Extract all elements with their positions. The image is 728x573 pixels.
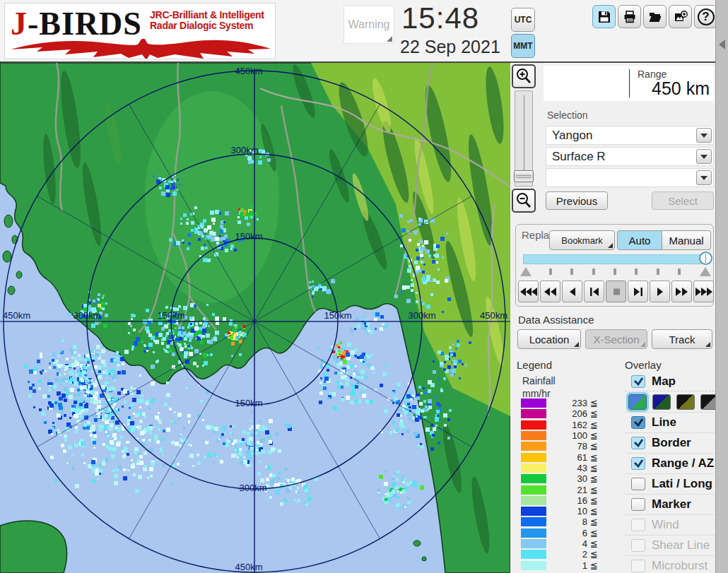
overlay-row-range-az: Range / AZ — [625, 454, 715, 474]
zoom-slider-handle[interactable] — [514, 170, 534, 182]
svg-text:450km: 450km — [3, 310, 30, 321]
utc-button[interactable]: UTC — [511, 8, 535, 32]
legend-value: 4 — [546, 538, 587, 549]
timeline-tick — [657, 268, 659, 275]
resize-corner-icon — [387, 36, 392, 42]
warning-button[interactable]: Warning — [344, 6, 394, 44]
dropdown-arrow-button[interactable] — [696, 128, 712, 143]
legend-row: 6≦ — [521, 528, 598, 538]
microburst-checkbox — [631, 560, 645, 572]
back-button[interactable] — [562, 280, 582, 302]
legend-row: 206≦ — [521, 408, 598, 419]
rew3-button[interactable] — [518, 280, 539, 302]
location-button[interactable]: Location — [517, 329, 581, 349]
menu-corner-icon — [574, 342, 579, 347]
legend-value: 43 — [546, 463, 587, 473]
map-style-row — [625, 391, 715, 413]
legend-value: 16 — [546, 495, 587, 506]
border-checkbox[interactable] — [631, 437, 645, 449]
legend-value: 100 — [546, 430, 587, 441]
legend-swatch — [521, 507, 546, 516]
product-dropdown[interactable]: Surface R — [546, 147, 714, 166]
timeline-tick — [678, 268, 681, 275]
stop-button[interactable] — [606, 280, 626, 302]
range-az-checkbox[interactable] — [631, 457, 645, 470]
replay-slider-handle[interactable] — [699, 252, 712, 265]
legend-row: 43≦ — [521, 463, 598, 473]
less-equal-glyph: ≦ — [590, 408, 598, 419]
legend-swatch — [521, 528, 546, 538]
station-dropdown[interactable]: Yangon — [546, 126, 714, 145]
legend-swatch — [521, 517, 546, 526]
dropdown-arrow-button[interactable] — [696, 170, 712, 185]
collapse-arrow-icon[interactable] — [719, 40, 725, 49]
rew2-button[interactable] — [540, 280, 560, 302]
zoom-in-button[interactable] — [512, 64, 536, 88]
legend-swatch — [521, 398, 546, 408]
jbirds-app: J-BIRDS JRC-Brilliant & Intelligent Rada… — [0, 0, 728, 573]
marker-checkbox[interactable] — [631, 498, 645, 511]
legend-value: 8 — [546, 516, 587, 527]
stepfwd-button[interactable] — [628, 280, 648, 302]
dropdown-arrow-button[interactable] — [696, 149, 712, 164]
map-style-2-button[interactable] — [652, 394, 671, 410]
fwd-button[interactable] — [650, 280, 670, 302]
legend-value: 21 — [546, 485, 587, 495]
logo-title-rest: -BIRDS — [28, 6, 142, 42]
svg-text:150km: 150km — [157, 310, 184, 321]
less-equal-glyph: ≦ — [590, 463, 598, 473]
fwd2-button[interactable] — [671, 280, 692, 302]
range-start-marker[interactable] — [520, 267, 532, 276]
option-dropdown[interactable] — [546, 168, 714, 187]
playback-controls — [518, 280, 714, 302]
timeline-tick — [635, 268, 638, 275]
fwd3-button[interactable] — [693, 280, 714, 302]
overlay-label: Wind — [652, 518, 679, 532]
overlay-label: Map — [652, 374, 676, 389]
map-checkbox[interactable] — [631, 375, 645, 388]
svg-text:300km: 300km — [408, 310, 435, 321]
zoom-slider-track[interactable] — [515, 90, 533, 187]
overlay-label: Border — [652, 436, 691, 450]
open-folder-button[interactable] — [643, 5, 667, 28]
line-checkbox[interactable] — [631, 416, 645, 429]
radar-map[interactable]: 450km300km150km150km300km450km450km300km… — [0, 63, 510, 573]
legend-value: 206 — [546, 408, 587, 419]
range-end-marker[interactable] — [700, 267, 711, 276]
timeline-ticks — [549, 268, 681, 275]
bookmark-button[interactable]: Bookmark — [549, 230, 615, 250]
legend-row: 100≦ — [521, 430, 598, 441]
add-image-button[interactable] — [669, 5, 692, 28]
magnifier-minus-icon — [515, 192, 532, 209]
manual-button[interactable]: Manual — [662, 230, 711, 250]
less-equal-glyph: ≦ — [590, 528, 598, 538]
previous-button[interactable]: Previous — [546, 191, 608, 210]
legend-swatch — [521, 431, 546, 440]
legend-swatch — [521, 442, 546, 451]
save-button[interactable] — [592, 5, 616, 28]
overlay-row-wind: Wind — [625, 515, 715, 536]
map-style-3-button[interactable] — [676, 394, 695, 410]
shear-line-checkbox — [631, 539, 645, 552]
x-section-button[interactable]: X-Section — [585, 329, 647, 349]
less-equal-glyph: ≦ — [590, 549, 598, 560]
lati-long-checkbox[interactable] — [631, 478, 645, 490]
stepback-button[interactable] — [584, 280, 604, 302]
auto-button[interactable]: Auto — [617, 230, 662, 250]
print-button[interactable] — [618, 5, 641, 28]
svg-text:450km: 450km — [480, 310, 507, 321]
replay-progress-track[interactable] — [523, 254, 702, 264]
legend-title: Legend — [517, 359, 552, 371]
svg-text:300km: 300km — [73, 310, 100, 321]
map-style-1-button[interactable] — [628, 394, 647, 410]
track-button[interactable]: Track — [652, 329, 712, 349]
zoom-out-button[interactable] — [512, 189, 536, 213]
overlay-label: Marker — [652, 497, 691, 512]
select-button[interactable]: Select — [652, 191, 714, 210]
help-button[interactable]: ? — [694, 5, 717, 28]
legend-value: 6 — [546, 528, 587, 538]
mmt-button[interactable]: MMT — [511, 34, 535, 58]
legend-row: 10≦ — [521, 506, 598, 516]
overlay-row-lati-long: Lati / Long — [625, 474, 715, 495]
less-equal-glyph: ≦ — [590, 516, 598, 527]
